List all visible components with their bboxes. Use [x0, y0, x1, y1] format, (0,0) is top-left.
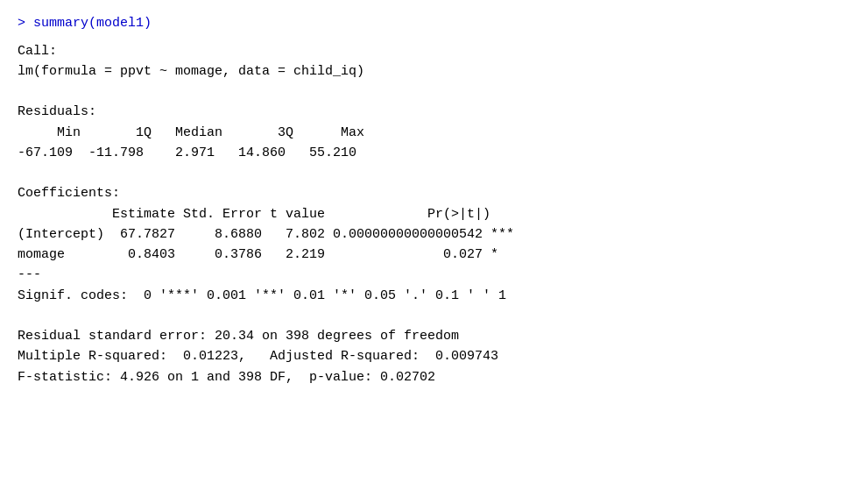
call-header: Call: [18, 41, 850, 61]
coeff-intercept: (Intercept) 67.7827 8.6880 7.802 0.00000… [18, 224, 850, 245]
console-container: > summary(model1) Call: lm(formula = ppv… [0, 0, 868, 497]
prompt-line: > summary(model1) [18, 14, 850, 34]
prompt-symbol: > [18, 16, 33, 31]
coeff-dashes: --- [18, 265, 850, 285]
spacer-1 [18, 82, 850, 102]
f-statistic: F-statistic: 4.926 on 1 and 398 DF, p-va… [18, 367, 850, 387]
output-block: Call: lm(formula = ppvt ~ momage, data =… [18, 41, 850, 387]
residuals-values: -67.109 -11.798 2.971 14.860 55.210 [18, 143, 850, 163]
residuals-col-header: Min 1Q Median 3Q Max [18, 123, 850, 143]
coefficients-header: Coefficients: [18, 183, 850, 203]
call-body: lm(formula = ppvt ~ momage, data = child… [18, 61, 850, 82]
residual-std-error: Residual standard error: 20.34 on 398 de… [18, 326, 850, 346]
coeff-col-header: Estimate Std. Error t value Pr(>|t|) [18, 204, 850, 224]
coeff-momage: momage 0.8403 0.3786 2.219 0.027 * [18, 245, 850, 265]
prompt-command: summary(model1) [33, 16, 152, 31]
signif-codes: Signif. codes: 0 '***' 0.001 '**' 0.01 '… [18, 286, 850, 306]
residuals-header: Residuals: [18, 102, 850, 122]
multiple-r-squared: Multiple R-squared: 0.01223, Adjusted R-… [18, 346, 850, 366]
spacer-2 [18, 163, 850, 183]
spacer-3 [18, 306, 850, 326]
